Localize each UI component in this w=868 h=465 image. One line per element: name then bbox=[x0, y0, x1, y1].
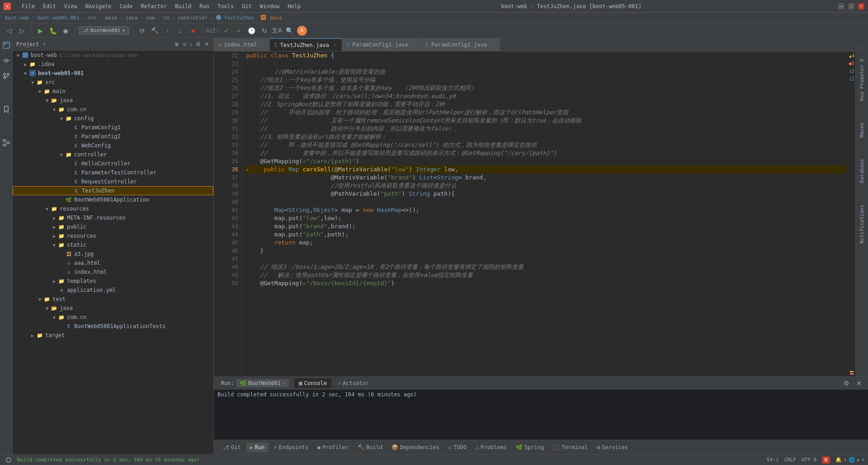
tree-arrow-comcn-test[interactable]: ▼ bbox=[51, 315, 58, 320]
breadcrumb-item-6[interactable]: com bbox=[146, 15, 155, 21]
status-icon-3[interactable]: 🌐 bbox=[849, 457, 855, 463]
toolbar-up-button[interactable]: ↑ bbox=[162, 25, 173, 36]
nav-btn-dependencies[interactable]: 📦 Dependencies bbox=[388, 442, 443, 452]
breadcrumb-item-7[interactable]: cn bbox=[163, 15, 169, 21]
nav-btn-todo[interactable]: ☑ TODO bbox=[445, 442, 470, 452]
toolbar-translate[interactable]: 文A bbox=[272, 25, 283, 36]
menu-git[interactable]: Git bbox=[238, 2, 255, 10]
tree-item-src[interactable]: ▼ 📁 src bbox=[13, 78, 213, 87]
tree-item-comcn[interactable]: ▼ 📁 com.cn bbox=[13, 105, 213, 114]
tree-item-parametertestcontroller[interactable]: ▶ C ParameterTestController bbox=[13, 168, 213, 177]
menu-tools[interactable]: Tools bbox=[214, 2, 237, 10]
nav-btn-git[interactable]: ⎇ Git bbox=[219, 442, 245, 452]
tree-item-templates[interactable]: ▶ 📁 templates bbox=[13, 277, 213, 286]
breadcrumb-item-1[interactable]: boot-web bbox=[5, 15, 29, 21]
toolbar-git-check1[interactable]: ✓ bbox=[221, 25, 232, 36]
tree-item-paramconfig1[interactable]: ▶ C ParamConfig1 bbox=[13, 123, 213, 132]
tree-item-paramconfig2[interactable]: ▶ C ParamConfig2 bbox=[13, 132, 213, 141]
toolbar-profile-button[interactable]: ◉ bbox=[60, 25, 71, 36]
bottom-close-button[interactable]: ✕ bbox=[854, 378, 864, 389]
sidebar-icon-bookmarks[interactable] bbox=[1, 104, 12, 115]
sidebar-icon-project[interactable] bbox=[1, 40, 12, 51]
tab-paramconfig2[interactable]: C ParamConfig2.java ✕ bbox=[421, 38, 500, 51]
tree-arrow-config[interactable]: ▼ bbox=[58, 116, 65, 121]
toolbar-run-button[interactable]: ▶ bbox=[35, 25, 46, 36]
tree-arrow-public[interactable]: ▶ bbox=[51, 225, 58, 230]
tree-item-webconfig[interactable]: ▶ C WebConfig bbox=[13, 141, 213, 150]
tree-arrow-resources[interactable]: ▼ bbox=[43, 207, 51, 211]
nav-btn-run[interactable]: ▶ Run bbox=[246, 442, 269, 452]
toolbar-forward-button[interactable]: ▷ bbox=[16, 25, 27, 36]
breadcrumb-item-8[interactable]: controller bbox=[178, 15, 208, 21]
menu-view[interactable]: View bbox=[61, 2, 81, 10]
panel-collapse-button[interactable]: ≡ bbox=[182, 40, 187, 48]
status-icon-5[interactable]: ⬆ bbox=[861, 457, 864, 463]
nav-btn-problems[interactable]: ⚠ Problems bbox=[472, 442, 510, 452]
tree-arrow-target[interactable]: ▶ bbox=[29, 333, 36, 338]
status-git-icon[interactable] bbox=[4, 457, 14, 463]
tree-item-resources2[interactable]: ▶ 📁 resources bbox=[13, 231, 213, 240]
nav-btn-spring[interactable]: 🌿 Spring bbox=[512, 442, 547, 452]
tree-item-testjuzhen[interactable]: ▶ C TestJuZhen bbox=[13, 186, 213, 195]
tree-item-target[interactable]: ▶ 📁 target bbox=[13, 331, 213, 340]
tree-item-resources[interactable]: ▼ 📁 resources bbox=[13, 204, 213, 213]
toolbar-git-update[interactable]: ↻ bbox=[259, 25, 270, 36]
panel-dropdown-icon[interactable]: ▾ bbox=[43, 41, 46, 47]
tree-item-aaahtml[interactable]: ▶ ◇ aaa.html bbox=[13, 258, 213, 268]
tree-arrow-boot-web05[interactable]: ▼ bbox=[22, 71, 29, 76]
nav-btn-terminal[interactable]: ⬛ Terminal bbox=[549, 442, 591, 452]
tree-arrow-comcn[interactable]: ▼ bbox=[51, 107, 58, 112]
tree-item-indexhtml[interactable]: ▶ ◇ index.html bbox=[13, 268, 213, 277]
toolbar-search[interactable]: 🔍 bbox=[284, 25, 295, 36]
bottom-settings-button[interactable]: ⚙ bbox=[841, 378, 852, 389]
console-output[interactable]: Build completed successfully in 2 sec, 1… bbox=[214, 390, 868, 440]
panel-close-button[interactable]: ✕ bbox=[203, 40, 210, 48]
menu-window[interactable]: Window bbox=[256, 2, 283, 10]
toolbar-git-check2[interactable]: ✓ bbox=[234, 25, 245, 36]
status-line-ending[interactable]: CRLF bbox=[784, 457, 797, 463]
nav-btn-endpoints[interactable]: ⚡ Endpoints bbox=[270, 442, 312, 452]
close-button[interactable]: ✕ bbox=[858, 3, 864, 9]
tree-arrow-controller[interactable]: ▼ bbox=[58, 152, 65, 157]
tree-arrow-resources2[interactable]: ▶ bbox=[51, 234, 58, 239]
tree-item-bootwebtests[interactable]: ▶ C BootWeb05001ApplicationTests bbox=[13, 322, 213, 331]
tree-arrow-main[interactable]: ▼ bbox=[36, 89, 43, 94]
toolbar-git-clock[interactable]: 🕐 bbox=[246, 25, 257, 36]
tab-close-paramconfig2[interactable]: ✕ bbox=[491, 42, 494, 47]
toolbar-debug-button[interactable]: 🐛 bbox=[47, 25, 58, 36]
menu-build[interactable]: Build bbox=[171, 2, 195, 10]
breadcrumb-item-2[interactable]: boot-web05-001 bbox=[38, 15, 80, 21]
breadcrumb-item-5[interactable]: java bbox=[126, 15, 138, 21]
breadcrumb-item-4[interactable]: main bbox=[105, 15, 117, 21]
sidebar-icon-commit[interactable] bbox=[1, 55, 12, 66]
menu-navigate[interactable]: Navigate bbox=[82, 2, 115, 10]
tree-item-bootweb05001app[interactable]: ▶ 🌿 BootWeb05001Application bbox=[13, 195, 213, 204]
tree-item-comcn-test[interactable]: ▼ 📁 com.cn bbox=[13, 313, 213, 322]
tree-arrow-static[interactable]: ▼ bbox=[51, 243, 58, 248]
tree-item-test[interactable]: ▼ 📁 test bbox=[13, 295, 213, 304]
menu-file[interactable]: File bbox=[18, 2, 38, 10]
menu-help[interactable]: Help bbox=[284, 2, 304, 10]
tree-arrow-boot-web[interactable]: ▼ bbox=[14, 53, 22, 58]
nav-btn-profiler[interactable]: ◉ Profiler bbox=[314, 442, 352, 452]
toolbar-stop-button[interactable]: ■ bbox=[188, 25, 198, 36]
tree-arrow-idea[interactable]: ▶ bbox=[22, 62, 29, 67]
menu-run[interactable]: Run bbox=[196, 2, 213, 10]
toolbar-back-button[interactable]: ◁ bbox=[4, 25, 14, 36]
tree-arrow-test[interactable]: ▼ bbox=[36, 297, 43, 302]
toolbar-down-button[interactable]: ↓ bbox=[175, 25, 186, 36]
maximize-button[interactable]: □ bbox=[848, 3, 854, 9]
panel-locate-button[interactable]: ⊕ bbox=[174, 40, 180, 48]
tabs-more-button[interactable]: ⋮ bbox=[855, 45, 868, 51]
tree-item-applicationyml[interactable]: ▶ ⚙ application.yml bbox=[13, 286, 213, 295]
status-ime[interactable]: 英 bbox=[822, 456, 830, 464]
menu-edit[interactable]: Edit bbox=[39, 2, 60, 10]
tree-item-java[interactable]: ▼ 📂 java bbox=[13, 96, 213, 105]
database-label[interactable]: Database bbox=[857, 155, 867, 187]
menu-code[interactable]: Code bbox=[116, 2, 137, 10]
tree-item-a3jpg[interactable]: ▶ 🖼 a3.jpg bbox=[13, 249, 213, 258]
breadcrumb-item-tesju[interactable]: 🅒 TestJuZhen bbox=[216, 15, 254, 21]
tab-paramconfig1[interactable]: C ParamConfig1.java ✕ bbox=[342, 38, 421, 51]
tab-close-paramconfig1[interactable]: ✕ bbox=[412, 42, 415, 47]
toolbar-avatar[interactable]: A bbox=[297, 26, 307, 36]
